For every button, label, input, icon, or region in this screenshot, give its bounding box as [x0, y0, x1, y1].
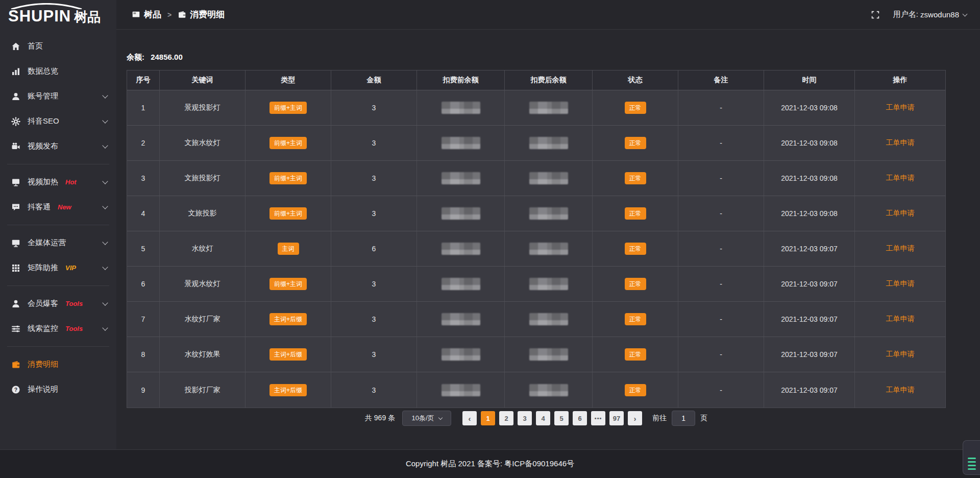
fullscreen-icon[interactable]: [871, 10, 880, 19]
masked-value: [529, 172, 568, 184]
sidebar-item-抖音SEO[interactable]: 抖音SEO: [0, 109, 116, 134]
breadcrumb-item-shupin[interactable]: 树品: [132, 9, 161, 20]
ellipsis-button[interactable]: •••: [591, 411, 605, 425]
masked-value: [442, 313, 480, 325]
cell-balance-after: [505, 126, 593, 160]
chevron-down-icon: [438, 415, 442, 419]
sidebar-item-label: 首页: [28, 41, 43, 51]
next-page-button[interactable]: ›: [628, 411, 642, 425]
page-button-97[interactable]: 97: [609, 411, 624, 425]
sidebar-item-会员爆客[interactable]: 会员爆客Tools: [0, 291, 116, 316]
page-button-5[interactable]: 5: [554, 411, 569, 425]
masked-value: [442, 207, 480, 220]
page-size-select[interactable]: 10条/页: [402, 411, 451, 426]
column-header-类型: 类型: [246, 70, 331, 90]
status-badge: 正常: [625, 137, 646, 149]
sidebar-item-矩阵助推[interactable]: 矩阵助推VIP: [0, 255, 116, 280]
copyright-text: Copyright 树品 2021 备案号: 粤ICP备09019646号: [406, 459, 574, 469]
cell-balance-before: [417, 196, 505, 231]
user-icon: [11, 92, 20, 101]
sidebar-item-视频加热[interactable]: 视频加热Hot: [0, 170, 116, 195]
chevron-down-icon: [102, 178, 108, 184]
cell-balance-after: [505, 372, 593, 408]
work-order-link[interactable]: 工单申请: [886, 103, 915, 112]
sidebar-item-tag: VIP: [65, 264, 76, 272]
sidebar-item-操作说明[interactable]: ?操作说明: [0, 377, 116, 402]
work-order-link[interactable]: 工单申请: [886, 350, 915, 359]
sidebar-item-视频发布[interactable]: 视频发布: [0, 134, 116, 159]
widget-bar: [968, 468, 976, 470]
status-badge: 正常: [625, 102, 646, 114]
cell-keyword: 投影灯厂家: [160, 372, 246, 408]
cell-status: 正常: [593, 337, 678, 372]
footer: Copyright 树品 2021 备案号: 粤ICP备09019646号: [0, 449, 980, 478]
gear-icon: [11, 117, 20, 126]
cell-balance-before: [417, 231, 505, 266]
cell-type: 前缀+主词: [246, 267, 331, 301]
cell-type: 主词+后缀: [246, 372, 331, 408]
column-header-备注: 备注: [678, 70, 764, 90]
app-logo: SHUPIN树品: [0, 0, 116, 33]
prev-page-button[interactable]: ‹: [462, 411, 477, 425]
sidebar-item-首页[interactable]: 首页: [0, 34, 116, 59]
sidebar-divider: [7, 285, 109, 286]
table-row: 2文旅水纹灯前缀+主词3正常-2021-12-03 09:08工单申请: [127, 126, 945, 161]
page-button-1[interactable]: 1: [481, 411, 495, 425]
breadcrumb-item-consumption[interactable]: 消费明细: [178, 9, 225, 20]
grid-icon: [11, 264, 20, 273]
sidebar-item-tag: Tools: [65, 300, 83, 307]
cell-balance-before: [417, 267, 505, 301]
table-header: 序号关键词类型金额扣费前余额扣费后余额状态备注时间操作: [127, 70, 945, 90]
cell-type: 前缀+主词: [246, 161, 331, 196]
sidebar-item-全媒体运营[interactable]: 全媒体运营: [0, 230, 116, 255]
sidebar-item-数据总览[interactable]: 数据总览: [0, 59, 116, 84]
user-menu[interactable]: 用户名: zswodun88: [893, 10, 967, 19]
work-order-link[interactable]: 工单申请: [886, 279, 915, 289]
work-order-link[interactable]: 工单申请: [886, 244, 915, 253]
masked-value: [442, 348, 480, 361]
jump-to-page: 前往页: [652, 411, 707, 426]
sidebar-item-label: 操作说明: [28, 385, 58, 394]
cell-status: 正常: [593, 231, 678, 266]
sidebar-item-线索监控[interactable]: 线索监控Tools: [0, 316, 116, 341]
cell-action: 工单申请: [855, 90, 945, 125]
sidebar-item-label: 全媒体运营: [28, 238, 66, 248]
breadcrumb-separator: >: [167, 11, 172, 19]
page-button-3[interactable]: 3: [518, 411, 532, 425]
status-badge: 正常: [625, 313, 646, 325]
work-order-link[interactable]: 工单申请: [886, 138, 915, 148]
sidebar-item-消费明细[interactable]: 消费明细: [0, 352, 116, 377]
sidebar-item-label: 会员爆客: [28, 299, 58, 308]
cell-keyword: 景观水纹灯: [160, 267, 246, 301]
sidebar-item-账号管理[interactable]: 账号管理: [0, 84, 116, 109]
sidebar-item-抖客通[interactable]: 抖客通New: [0, 195, 116, 220]
main-content: 余额: 24856.00 序号关键词类型金额扣费前余额扣费后余额状态备注时间操作…: [116, 30, 980, 478]
cell-balance-after: [505, 90, 593, 125]
work-order-link[interactable]: 工单申请: [886, 174, 915, 183]
cell-time: 2021-12-03 09:07: [764, 372, 855, 408]
work-order-link[interactable]: 工单申请: [886, 386, 915, 395]
cell-time: 2021-12-03 09:08: [764, 161, 855, 196]
jump-page-input[interactable]: [672, 411, 695, 426]
column-header-关键词: 关键词: [160, 70, 246, 90]
cell-action: 工单申请: [855, 267, 945, 301]
page-button-6[interactable]: 6: [573, 411, 587, 425]
work-order-link[interactable]: 工单申请: [886, 209, 915, 218]
page-button-2[interactable]: 2: [499, 411, 513, 425]
side-widget[interactable]: [963, 440, 980, 475]
cell-balance-before: [417, 161, 505, 196]
chevron-down-icon: [102, 92, 108, 98]
cell-status: 正常: [593, 126, 678, 160]
cell-amount: 3: [331, 267, 417, 301]
breadcrumb: 树品 > 消费明细: [132, 9, 225, 20]
sidebar-item-label: 账号管理: [28, 91, 58, 101]
page-button-4[interactable]: 4: [536, 411, 550, 425]
cell-status: 正常: [593, 161, 678, 196]
cell-type: 主词+后缀: [246, 302, 331, 337]
cell-keyword: 水纹灯厂家: [160, 302, 246, 337]
work-order-link[interactable]: 工单申请: [886, 315, 915, 324]
column-header-扣费前余额: 扣费前余额: [417, 70, 505, 90]
video-camera-icon: [11, 142, 20, 151]
username-label: 用户名:: [893, 10, 918, 19]
masked-value: [529, 313, 568, 325]
